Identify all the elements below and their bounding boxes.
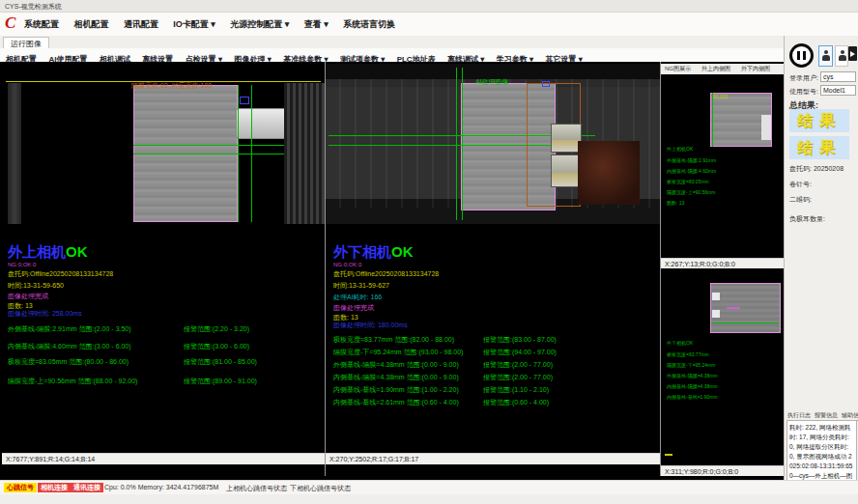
alarm-range: 报警范围:(2.20 - 3.20) <box>184 324 249 334</box>
tab-ng-images[interactable]: NG图展示 <box>665 64 691 74</box>
alarm-range: 报警范围:(0.60 - 4.00) <box>483 398 549 407</box>
menu-io-config[interactable]: IO卡配置 ▾ <box>173 13 215 36</box>
small-upper-bright-spot <box>761 115 771 140</box>
neg-tab-count-label: 负极耳数量: <box>789 214 825 224</box>
left-machine-strip2 <box>284 83 325 224</box>
middle-camera-view[interactable]: AI处理图像 外下相机OK NG:0;OK:0 盘托码:Offline20250… <box>326 64 660 464</box>
alarm-range: 报警范围:(3.00 - 6.00) <box>184 342 249 351</box>
measure-value: 内侧基线-隔膜=4.38mm 范围:(0.00 - 9.00) <box>333 373 459 382</box>
lower-cam-heartbeat[interactable]: 下相机心跳信号状态 <box>290 484 351 493</box>
window-title: CYS-视觉检测系统 <box>5 3 62 10</box>
comm-status-badge: 通讯连接 <box>71 483 103 492</box>
left-barcode: 盘托码:Offline20250208133134728 <box>8 269 113 279</box>
left-process-done: 图像处理完成 <box>8 292 48 301</box>
alarm-range: 报警范围:(2.00 - 77.00) <box>483 373 553 382</box>
mini-line: 内侧基线-基线=1.90mm <box>667 392 718 403</box>
left-process-time: 图像处理时间: 258.00ms <box>8 309 82 319</box>
alarm-range: 报警范围:(1.10 - 2.10) <box>483 385 549 395</box>
pause-icon <box>803 51 806 60</box>
pin-number-label: 卷针号: <box>789 180 812 189</box>
small-upper-coordinates: X:267;Y:13;R:0;G:0;B:0 <box>661 258 784 268</box>
logout-door-icon <box>848 46 857 61</box>
small-lower-bright-spot1 <box>712 293 720 300</box>
measure-value: 内侧基线-基线=2.61mm 范围:(0.60 - 4.00) <box>333 398 459 407</box>
alarm-range: 报警范围:(81.00 - 85.00) <box>184 357 257 367</box>
operator-button[interactable] <box>835 45 848 67</box>
mini-line: 内侧基线-隔膜:4.60mm <box>667 166 716 177</box>
left-camera-name: 外上相机 <box>8 243 66 260</box>
small-upper-line-v <box>712 93 713 147</box>
titlebar: CYS-视觉检测系统 <box>0 0 858 13</box>
small-upper-img-label: 93,100 <box>713 94 728 99</box>
left-camera-title: 外上相机OK <box>8 243 88 262</box>
small-view-lower[interactable]: 外下相机OK 极板宽度=83.77mm 隔膜宽度-下=95.24mm 外侧基线-… <box>661 268 784 465</box>
middle-roi-marker <box>542 81 550 87</box>
measure-value: 外侧基线-隔膜=4.38mm 范围:(0.00 - 9.00) <box>333 360 459 370</box>
measure-value: 极板宽度=83.77mm 范围:(82.00 - 88.00) <box>333 335 454 345</box>
left-roi-marker <box>240 97 249 104</box>
pause-button[interactable] <box>789 43 814 68</box>
middle-camera-title: 外下相机OK <box>333 243 414 262</box>
small-view-tabs: NG图展示外上内侧图外下内侧图 <box>661 64 784 74</box>
result-display-1: 结果 <box>789 109 849 132</box>
middle-ok-status: OK <box>391 243 414 260</box>
exit-button[interactable] <box>847 43 858 67</box>
menu-camera-config[interactable]: 相机配置 <box>73 13 108 36</box>
model-field[interactable]: Model1 <box>820 85 856 96</box>
menu-view[interactable]: 查看 ▾ <box>304 13 329 36</box>
menu-light-config[interactable]: 光源控制配置 ▾ <box>230 13 289 36</box>
toolbar: 相机配置 AI使用配置 相机调试 离线设置 点检设置 ▾ 图像处理 ▾ 基准线参… <box>0 48 784 63</box>
mini-line: 图数: 13 <box>667 198 684 209</box>
middle-process-time: 图像处理时间: 180.00ms <box>333 321 408 330</box>
mini-line: 隔膜宽度-上=90.56mm <box>667 187 715 198</box>
left-measure-line-h2 <box>133 154 300 154</box>
mini-line: 外上相机OK <box>667 144 693 154</box>
menu-items: 系统配置 相机配置 通讯配置 IO卡配置 ▾ 光源控制配置 ▾ 查看 ▾ 系统语… <box>24 13 406 36</box>
left-overlay-label: 隔膜宽值:93, 对应宽值:100 <box>131 81 212 91</box>
left-pixel-coordinates: X:7677;Y:891;R:14;G:14;B:14 <box>2 453 325 464</box>
alarm-range: 报警范围:(83.00 - 87.00) <box>483 335 557 345</box>
mini-line: 极板宽度=83.05mm <box>667 177 709 187</box>
small-lower-coordinates: X:311;Y:980;R:0;G:0;B:0 <box>661 465 784 476</box>
menu-comm-config[interactable]: 通讯配置 <box>124 13 158 36</box>
alarm-range: 报警范围:(2.00 - 77.00) <box>483 360 553 370</box>
qr-code-label: 二维码: <box>789 195 812 205</box>
measure-value: 隔膜宽度-下=95.24mm 范围:(93.00 - 98.00) <box>333 348 463 357</box>
right-control-panel: 登录用户: cys 使用型号: Model1 总结果: 结果 结果 盘托码: 2… <box>784 36 858 480</box>
tab-upper-inner-view[interactable]: 外上内侧图 <box>701 64 730 74</box>
left-ng-counter: NG:0;OK:0 <box>8 262 36 267</box>
menubar: C 系统配置 相机配置 通讯配置 IO卡配置 ▾ 光源控制配置 ▾ 查看 ▾ 系… <box>0 13 858 37</box>
pause-icon <box>797 51 800 60</box>
small-lower-tick <box>665 454 672 456</box>
tab-lower-inner-view[interactable]: 外下内侧图 <box>741 64 770 74</box>
barcode-label-text: 盘托码: <box>789 165 812 172</box>
middle-pixel-coordinates: X:270;Y:2502;R:17;G:17;B:17 <box>326 453 660 464</box>
measure-value: 内侧基线-隔膜:4.60mm 范围:(3.00 - 6.00) <box>8 342 131 351</box>
small-lower-line-h <box>711 322 779 323</box>
barcode-label: 盘托码: 20250208 <box>789 164 844 174</box>
menu-system-config[interactable]: 系统配置 <box>24 13 59 36</box>
left-ok-status: OK <box>66 243 88 260</box>
login-user-field[interactable]: cys <box>820 71 856 82</box>
alarm-range: 报警范围:(94.00 - 97.00) <box>483 348 557 357</box>
upper-cam-heartbeat[interactable]: 上相机心跳信号状态 <box>226 484 287 493</box>
small-view-upper[interactable]: 93,100 外上相机OK 外侧基线-隔膜:2.91mm 内侧基线-隔膜:4.6… <box>661 74 784 258</box>
mini-line: 内侧基线-隔膜=4.38mm <box>667 381 718 392</box>
menu-language-switch[interactable]: 系统语言切换 <box>343 13 395 36</box>
middle-ai-time: 处理AI耗时: 166 <box>333 293 382 302</box>
barcode-value: 20250208 <box>814 165 844 172</box>
middle-machinery-red <box>578 141 640 205</box>
middle-ng-counter: NG:0;OK:0 <box>333 262 361 267</box>
middle-measure-line-v2 <box>462 68 463 220</box>
middle-camera-name: 外下相机 <box>333 243 391 260</box>
tabrow: 运行图像 <box>0 36 784 49</box>
camera-status-badge: 相机连接 <box>38 483 71 492</box>
login-user-label: 登录用户: <box>789 73 818 83</box>
user-login-button[interactable] <box>818 45 833 67</box>
small-lower-magenta-mark <box>727 307 740 309</box>
person-icon <box>839 50 846 62</box>
mini-line: 外侧基线-隔膜=4.38mm <box>667 371 718 381</box>
measure-value: 内侧基线-基线=1.90mm 范围:(1.00 - 2.20) <box>333 385 459 395</box>
left-camera-view[interactable]: 隔膜宽值:93, 对应宽值:100 外上相机OK NG:0;OK:0 盘托码:O… <box>2 64 325 464</box>
middle-process-done: 图像处理完成 <box>333 303 374 313</box>
